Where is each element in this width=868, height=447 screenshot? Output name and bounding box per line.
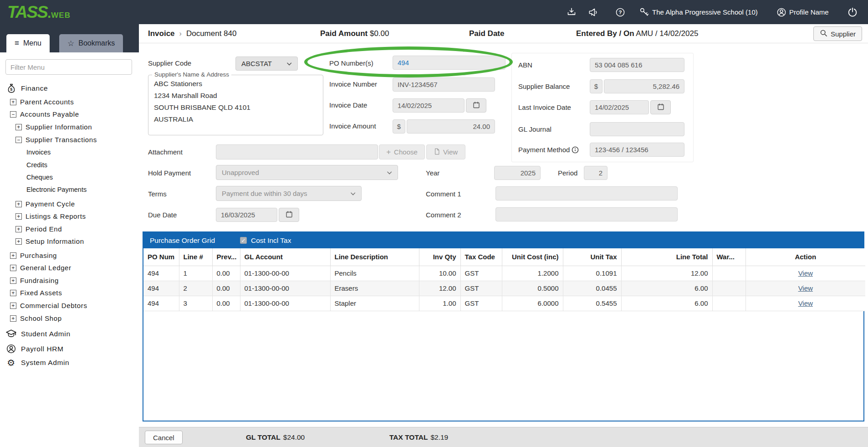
sidebar-item-school-shop[interactable]: +School Shop	[0, 312, 62, 324]
expand-icon[interactable]: +	[15, 226, 22, 232]
cost-incl-tax-checkbox[interactable]: ✓	[240, 237, 247, 244]
supplier-address-line: 1234 Marshall Road	[154, 90, 317, 102]
column-header-war: War...	[712, 248, 745, 266]
supplier-address-legend: Supplier's Name & Address	[152, 71, 231, 78]
sidebar-item-period-end[interactable]: +Period End	[0, 223, 62, 235]
sidebar-item-invoices[interactable]: Invoices	[0, 146, 51, 158]
attachment-view-button[interactable]: View	[426, 144, 465, 159]
entered-by-value: AMU / 14/02/2025	[636, 29, 698, 38]
comment1-input[interactable]	[495, 186, 678, 200]
breadcrumb-parent[interactable]: Invoice	[148, 29, 175, 38]
last-invoice-date-calendar-button[interactable]	[650, 100, 671, 114]
view-line-link[interactable]: View	[798, 269, 813, 277]
terms-label: Terms	[148, 190, 167, 198]
collapse-icon[interactable]: −	[15, 137, 22, 143]
sidebar-item-fixed-assets[interactable]: +Fixed Assets	[0, 287, 62, 299]
cancel-button[interactable]: Cancel	[145, 431, 183, 444]
collapse-icon[interactable]: −	[10, 111, 16, 118]
sidebar-item-listings-reports[interactable]: +Listings & Reports	[0, 210, 86, 222]
table-cell: 0.0455	[563, 281, 621, 296]
megaphone-icon[interactable]	[587, 7, 598, 18]
supplier-code-select[interactable]: ABCSTAT	[235, 57, 298, 71]
attachment-choose-button[interactable]: + Choose	[379, 144, 425, 159]
sidebar-item-label: Electronic Payments	[26, 186, 87, 193]
expand-icon[interactable]: +	[10, 290, 16, 296]
sidebar-item-general-ledger[interactable]: +General Ledger	[0, 262, 71, 274]
comment2-input[interactable]	[495, 207, 678, 221]
sidebar-item-cheques[interactable]: Cheques	[0, 171, 53, 183]
tax-total: TAX TOTAL$2.19	[389, 433, 448, 442]
table-cell: 2	[179, 281, 212, 296]
supplier-button[interactable]: Supplier	[813, 26, 862, 41]
sidebar-item-accounts-payable[interactable]: −Accounts Payable	[0, 108, 79, 120]
sidebar-item-purchasing[interactable]: +Purchasing	[0, 249, 57, 262]
table-row: 49430.0001-1300-00-00Stapler1.00GST6.000…	[143, 296, 865, 311]
table-row: 49410.0001-1300-00-00Pencils10.00GST1.20…	[143, 266, 865, 281]
expand-icon[interactable]: +	[15, 213, 22, 220]
expand-icon[interactable]: +	[10, 277, 16, 284]
sidebar-item-setup-information[interactable]: +Setup Information	[0, 235, 84, 247]
profile-icon[interactable]	[776, 7, 787, 18]
view-line-link[interactable]: View	[798, 284, 813, 292]
table-cell: 12.00	[621, 266, 712, 281]
sidebar-item-label: Supplier Transactions	[26, 136, 97, 144]
sidebar-item-label: Supplier Information	[26, 123, 92, 131]
last-invoice-date-input[interactable]: 14/02/2025	[590, 100, 649, 114]
school-name-label[interactable]: The Alpha Progressive School (10)	[652, 8, 758, 16]
table-cell: Erasers	[330, 281, 419, 296]
sidebar-item-finance[interactable]: $Finance	[0, 81, 48, 96]
view-line-link[interactable]: View	[798, 299, 813, 307]
sidebar-item-electronic-payments[interactable]: Electronic Payments	[0, 183, 87, 195]
help-icon[interactable]: ?	[615, 7, 626, 18]
year-input[interactable]: 2025	[494, 166, 541, 180]
payment-method-input[interactable]: 123-456 / 123456	[590, 143, 684, 157]
invoice-amount-input[interactable]: 24.00	[407, 119, 495, 134]
table-cell: View	[745, 281, 865, 296]
sidebar-item-payroll-hrm[interactable]: Payroll HRM	[0, 341, 64, 356]
supplier-balance-input[interactable]: 5,282.46	[604, 79, 684, 93]
gl-journal-input[interactable]	[590, 122, 684, 136]
power-icon[interactable]	[847, 7, 858, 18]
supplier-balance-currency-prefix: $	[590, 79, 602, 93]
column-header-unit-cost-inc: Unit Cost (inc)	[502, 248, 563, 266]
profile-name-label[interactable]: Profile Name	[789, 8, 829, 16]
terms-select[interactable]: Payment due within 30 days	[216, 186, 362, 201]
chevron-down-icon	[351, 190, 356, 197]
expand-icon[interactable]: +	[10, 99, 16, 105]
expand-icon[interactable]: +	[10, 252, 16, 259]
due-date-calendar-button[interactable]	[279, 208, 299, 222]
expand-icon[interactable]: +	[10, 265, 16, 271]
sidebar-item-payment-cycle[interactable]: +Payment Cycle	[0, 198, 75, 210]
sidebar-item-credits[interactable]: Credits	[0, 159, 47, 171]
sidebar-item-parent-accounts[interactable]: +Parent Accounts	[0, 96, 74, 108]
abn-input[interactable]: 53 004 085 616	[590, 58, 684, 72]
expand-icon[interactable]: +	[15, 124, 22, 130]
expand-icon[interactable]: +	[15, 238, 22, 245]
sidebar-item-student-admin[interactable]: Student Admin	[0, 326, 71, 341]
expand-icon[interactable]: +	[10, 303, 16, 309]
column-header-line-total: Line Total	[621, 248, 712, 266]
po-numbers-input[interactable]: 494	[393, 56, 505, 70]
invoice-number-input[interactable]: INV-1234567	[393, 77, 495, 92]
sidebar-item-fundraising[interactable]: +Fundraising	[0, 274, 59, 287]
key-icon[interactable]	[639, 7, 650, 18]
table-cell	[712, 296, 745, 311]
info-icon[interactable]	[572, 146, 579, 155]
supplier-address-fieldset: Supplier's Name & Address ABC Stationers…	[148, 75, 323, 135]
sidebar-item-supplier-information[interactable]: +Supplier Information	[0, 121, 92, 133]
expand-icon[interactable]: +	[10, 315, 16, 322]
sidebar-item-supplier-transactions[interactable]: −Supplier Transactions	[0, 134, 97, 146]
expand-icon[interactable]: +	[15, 201, 22, 207]
attachment-input[interactable]	[216, 144, 378, 159]
download-icon[interactable]	[566, 7, 577, 18]
period-input[interactable]: 2	[584, 166, 608, 180]
hold-payment-select[interactable]: Unapproved	[216, 165, 398, 180]
invoice-date-input[interactable]: 14/02/2025	[393, 98, 465, 113]
table-cell: 0.1091	[563, 266, 621, 281]
due-date-input[interactable]: 16/03/2025	[216, 208, 277, 222]
sidebar-item-commercial-debtors[interactable]: +Commercial Debtors	[0, 299, 87, 312]
invoice-date-calendar-button[interactable]	[466, 98, 486, 113]
supplier-address-lines: ABC Stationers1234 Marshall RoadSOUTH BR…	[154, 78, 317, 125]
chevron-down-icon	[287, 60, 292, 67]
sidebar-item-system-admin[interactable]: ⚙System Admin	[0, 355, 69, 370]
